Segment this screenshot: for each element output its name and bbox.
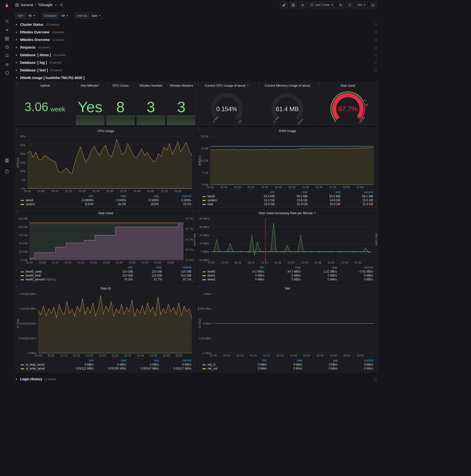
row-title[interactable]: Requests — [20, 45, 35, 49]
legend-series-system[interactable]: system — [201, 198, 242, 202]
row-cluster-status[interactable]: Cluster Status (21 panels) — [16, 21, 379, 28]
gauge-svg[interactable]: 01000.154% — [197, 89, 256, 125]
save-dashboard-button[interactable] — [289, 1, 297, 8]
cpu-chart-svg[interactable]: 01:0001:0501:1001:1501:2001:2501:3001:35… — [16, 134, 196, 194]
create-plus-icon[interactable] — [0, 26, 14, 34]
legend-col-max[interactable]: max — [267, 358, 302, 363]
disk_used-chart-svg[interactable]: 01:0001:0501:1001:1501:2001:2501:3001:35… — [16, 216, 196, 265]
legend-series-io_write_taosd[interactable]: io_write_taosd — [19, 367, 62, 371]
variable-interval-value[interactable]: auto — [89, 13, 103, 19]
legend-series-taosd[interactable]: taosd — [201, 194, 242, 198]
disk-io-chart[interactable]: 01:0001:0501:1001:1501:2001:2501:3001:35… — [16, 291, 196, 358]
legend-series-level0_total[interactable]: level0_total — [19, 273, 103, 277]
row-drag-handle-icon[interactable] — [374, 45, 377, 49]
variable-database-value[interactable]: All — [59, 13, 71, 19]
panel-info-icon[interactable] — [17, 83, 20, 86]
legend-series-level1[interactable]: level1 — [201, 273, 228, 277]
panel-title[interactable]: RAM Usage — [279, 129, 296, 133]
legend-col-avg[interactable]: avg — [126, 194, 159, 198]
row-dnodes-overview[interactable]: DNodes Overview (4 panels) — [16, 28, 379, 36]
server-admin-shield-icon[interactable] — [0, 69, 14, 77]
panel-vnodes-number[interactable]: VNodes Number 3 — [136, 82, 166, 126]
share-icon[interactable] — [60, 3, 63, 7]
panel-title[interactable]: VNodes Number — [139, 84, 163, 87]
refresh-button[interactable] — [346, 1, 354, 8]
legend-col-max[interactable]: max — [133, 266, 162, 270]
legend-col-min[interactable]: min — [228, 266, 265, 270]
panel-info-icon[interactable] — [198, 128, 202, 131]
panel-uptime[interactable]: Uptime 3.06week — [16, 82, 74, 126]
legend-col-avg[interactable]: avg — [301, 266, 337, 270]
variable-fqdn[interactable]: fqdn All — [16, 13, 38, 19]
row-drag-handle-icon[interactable] — [374, 23, 377, 27]
legend-series-taosd[interactable]: taosd — [19, 198, 60, 202]
panel-current-cpu-usage-gauge[interactable]: Current CPU Usage of taosd 01000.154% — [197, 82, 256, 126]
configuration-gear-icon[interactable] — [0, 60, 14, 69]
legend-col-min[interactable]: min — [103, 266, 133, 270]
legend-series-total[interactable]: total — [201, 202, 242, 206]
row-drag-handle-icon[interactable] — [374, 38, 377, 42]
alerting-bell-icon[interactable] — [0, 51, 14, 60]
cpu-usage-chart[interactable]: 01:0001:0501:1001:1501:2001:2501:3001:35… — [16, 134, 196, 194]
legend-series-level2[interactable]: level2 — [201, 277, 228, 281]
row-database-test[interactable]: Database: [ test ] (5 panels) — [16, 66, 379, 74]
row-database-log[interactable]: Database: [ log ] (5 panels) — [16, 59, 379, 66]
panel-disk-used-gauge[interactable]: Disk Used 075809510097.7% — [318, 82, 378, 126]
row-title[interactable]: DNodes Overview — [20, 30, 49, 34]
panel-info-icon[interactable] — [168, 83, 171, 86]
panel-info-icon[interactable] — [198, 210, 202, 213]
panel-has-mnode[interactable]: Has MNode? Yes — [75, 82, 105, 126]
star-icon[interactable]: ☆ — [54, 3, 58, 7]
time-range-picker[interactable]: Last 1 hour — [308, 1, 335, 8]
legend-col-current[interactable]: current — [159, 358, 191, 363]
legend-col-max[interactable]: max — [93, 194, 126, 198]
cpu-usage-gauge[interactable]: 01000.154% — [197, 89, 256, 125]
dashboards-icon[interactable] — [0, 34, 14, 43]
panel-info-icon[interactable] — [17, 210, 20, 213]
row-drag-handle-icon[interactable] — [374, 61, 377, 65]
net-chart-svg[interactable]: 01:0001:0501:1001:1501:2001:2501:3001:35… — [198, 291, 378, 358]
panel-title[interactable]: CPU Usage — [97, 129, 114, 133]
disk_rate-chart-svg[interactable]: 01:0001:0501:1001:1501:2001:2501:3001:35… — [198, 216, 378, 265]
net-chart[interactable]: 01:0001:0501:1001:1501:2001:2501:3001:35… — [198, 291, 378, 358]
refresh-interval-picker[interactable]: 30s — [355, 1, 368, 8]
row-drag-handle-icon[interactable] — [374, 68, 377, 72]
row-title[interactable]: Cluster Status — [20, 23, 43, 27]
legend-series-net_in[interactable]: net_in — [201, 363, 231, 367]
panel-current-memory-usage-gauge[interactable]: Current Memory Usage of taosd 01585461.4… — [257, 82, 317, 126]
panel-info-icon[interactable] — [137, 83, 141, 86]
row-drag-handle-icon[interactable] — [374, 30, 377, 34]
panel-title[interactable]: VNodes Masters — [169, 84, 193, 87]
legend-col-min[interactable]: min — [242, 190, 275, 194]
legend-col-current[interactable]: current — [159, 194, 191, 198]
panel-menu-caret-icon[interactable] — [314, 212, 316, 213]
disk_io-chart-svg[interactable]: 01:0001:0501:1001:1501:2001:2501:3001:35… — [16, 291, 196, 358]
panel-info-icon[interactable] — [198, 83, 202, 86]
legend-col-min[interactable]: min — [60, 194, 93, 198]
panel-title[interactable]: CPU Cores — [112, 84, 129, 87]
search-icon[interactable] — [0, 17, 14, 26]
panel-info-icon[interactable] — [107, 83, 110, 86]
legend-col-avg[interactable]: avg — [126, 358, 159, 363]
gauge-svg[interactable]: 01585461.4 MB — [258, 89, 317, 125]
panel-title[interactable]: Uptime — [40, 84, 50, 87]
dashboard-grid-icon[interactable] — [15, 3, 19, 7]
panel-info-icon[interactable] — [17, 128, 20, 131]
legend-series-level0_percent[interactable]: level0_percent (right-y) — [19, 277, 103, 281]
panel-info-icon[interactable] — [258, 83, 262, 86]
panel-title[interactable]: Net — [285, 287, 290, 290]
row-title[interactable]: Database: [ demo ] — [20, 53, 51, 57]
ram-chart-svg[interactable]: 01:0001:0501:1001:1501:2001:2501:3001:35… — [198, 134, 378, 190]
help-icon[interactable]: ? — [0, 167, 14, 176]
grafana-logo[interactable] — [2, 1, 11, 10]
legend-col-min[interactable]: min — [231, 358, 267, 363]
memory-usage-gauge[interactable]: 01585461.4 MB — [258, 89, 317, 125]
disk-rate-chart[interactable]: 01:0001:0501:1001:1501:2001:2501:3001:35… — [198, 216, 378, 265]
legend-col-avg[interactable]: avg — [302, 358, 337, 363]
dashboard-settings-gear-icon[interactable] — [299, 1, 306, 8]
panel-info-icon[interactable] — [17, 285, 20, 289]
variable-database[interactable]: Database All — [42, 13, 71, 19]
panel-vnodes-masters[interactable]: VNodes Masters 3 — [167, 82, 196, 126]
panel-menu-caret-icon[interactable] — [247, 85, 249, 86]
panel-title[interactable]: Disk Used Increasing Rate per Minute — [259, 211, 313, 215]
